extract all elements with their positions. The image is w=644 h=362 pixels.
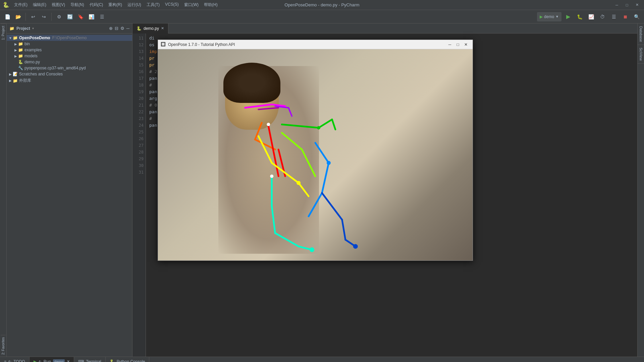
run-button[interactable]: ▶ xyxy=(564,12,573,21)
tab-close-button[interactable]: ✕ xyxy=(161,26,164,31)
bookmark-button[interactable]: 🔖 xyxy=(76,12,85,21)
menu-refactor[interactable]: 重构(R) xyxy=(106,1,125,8)
bin-label: bin xyxy=(24,42,30,46)
line-num-18: 18 xyxy=(132,82,144,88)
examples-expand-icon: ▶ xyxy=(13,48,18,52)
tree-pyopenpose[interactable]: ▶ 🔧 pyopenpose.cp37-win_amd64.pyd xyxy=(7,65,132,71)
openpose-minimize-button[interactable]: ─ xyxy=(446,41,454,48)
svg-line-22 xyxy=(322,163,329,193)
scratches-expand-icon: ▶ xyxy=(8,72,13,76)
coverage-run-button[interactable]: 📈 xyxy=(586,12,596,21)
debug-button[interactable]: 🐛 xyxy=(575,12,584,21)
line-num-17: 17 xyxy=(132,75,144,82)
menu-help[interactable]: 帮助(H) xyxy=(201,1,220,8)
svg-line-18 xyxy=(272,206,275,233)
demo-py-tab-icon: 🐍 xyxy=(137,26,142,31)
line-num-30: 30 xyxy=(132,162,144,169)
tree-bin[interactable]: ▶ 📁 bin xyxy=(7,41,132,47)
extlibs-folder-icon: 📁 xyxy=(13,78,18,83)
window-title: OpenPoseDemo - demo.py - PyCharm xyxy=(284,2,359,7)
terminal-tab[interactable]: ⌨ Terminal xyxy=(74,357,105,362)
redo-button[interactable]: ↪ xyxy=(39,12,49,21)
run-config-selector[interactable]: ▶ demo ▼ xyxy=(537,12,561,21)
left-side-tabs: 1: Project 2: Favorites xyxy=(0,23,7,357)
new-file-button[interactable]: 📄 xyxy=(3,12,12,21)
project-dropdown-icon[interactable]: ▾ xyxy=(32,26,34,30)
models-label: models xyxy=(24,54,38,58)
svg-line-8 xyxy=(319,119,332,128)
openpose-titlebar: 🔲 OpenPose 1.7.0 - Tutorial Python API ─… xyxy=(158,40,473,49)
hip-left-dot xyxy=(270,175,273,178)
editor-tabs: 🐍 demo.py ✕ xyxy=(132,23,637,34)
openpose-window-icon: 🔲 xyxy=(161,42,166,47)
bin-folder-icon: 📁 xyxy=(18,42,23,46)
database-tab[interactable]: Database xyxy=(638,23,644,45)
menu-view[interactable]: 视图(V) xyxy=(49,1,68,8)
coverage-button[interactable]: 📊 xyxy=(87,12,96,21)
maximize-button[interactable]: □ xyxy=(623,2,631,8)
favorites-tab[interactable]: 2: Favorites xyxy=(1,335,6,357)
sciview-tab[interactable]: SciView xyxy=(638,45,644,64)
project-folder-icon: 📁 xyxy=(9,26,14,31)
menu-file[interactable]: 文件(E) xyxy=(11,1,30,8)
list-button[interactable]: ☰ xyxy=(97,12,107,21)
openpose-content xyxy=(158,49,473,260)
tree-scratches[interactable]: ▶ 📝 Scratches and Consoles xyxy=(7,71,132,77)
editor-tab-demo-py[interactable]: 🐍 demo.py ✕ xyxy=(132,23,168,34)
run-tab-close[interactable]: ✕ xyxy=(67,359,70,362)
svg-line-12 xyxy=(258,136,272,163)
project-tab[interactable]: 1: Project xyxy=(1,23,6,42)
stop-button[interactable]: ⏹ xyxy=(621,12,630,21)
settings-cog-button[interactable]: ⚙ xyxy=(120,26,124,31)
menu-code[interactable]: 代码(C) xyxy=(87,1,106,8)
tree-root[interactable]: ▼ 📁 OpenPoseDemo F:\OpenPoseDemo xyxy=(7,35,132,41)
svg-line-0 xyxy=(245,104,272,108)
svg-line-16 xyxy=(302,149,315,176)
collapse-all-button[interactable]: ⊟ xyxy=(115,26,118,31)
knee-right-dot xyxy=(327,161,331,165)
undo-button[interactable]: ↩ xyxy=(29,12,38,21)
menu-edit[interactable]: 编辑(E) xyxy=(30,1,49,8)
search-everywhere-button[interactable]: 🔍 xyxy=(632,12,641,21)
svg-line-21 xyxy=(315,143,329,163)
line-num-22: 22 xyxy=(132,109,144,115)
tree-examples[interactable]: ▶ 📁 examples xyxy=(7,47,132,53)
todo-label: TODO xyxy=(13,359,25,362)
project-panel-title: Project xyxy=(16,26,30,31)
line-num-21: 21 xyxy=(132,102,144,109)
menu-navigate[interactable]: 导航(N) xyxy=(68,1,87,8)
menu-tools[interactable]: 工具(T) xyxy=(144,1,162,8)
close-button[interactable]: ✕ xyxy=(633,2,641,8)
line-num-28: 28 xyxy=(132,149,144,156)
extlibs-expand-icon: ▶ xyxy=(8,79,13,82)
openpose-maximize-button[interactable]: □ xyxy=(454,41,462,48)
tree-demo-py[interactable]: ▶ 🐍 demo.py xyxy=(7,59,132,65)
line-num-11: 11 xyxy=(132,35,144,42)
window-controls: ─ □ ✕ xyxy=(612,2,641,8)
tree-models[interactable]: ▶ 📁 models xyxy=(7,53,132,59)
ankle-left-dot xyxy=(310,247,314,252)
menu-vcs[interactable]: VCS(S) xyxy=(162,1,181,8)
openpose-close-button[interactable]: ✕ xyxy=(462,41,470,48)
open-button[interactable]: 📂 xyxy=(13,12,23,21)
sync-button[interactable]: 🔄 xyxy=(65,12,74,21)
menu-run[interactable]: 运行(U) xyxy=(125,1,144,8)
terminal-icon: ⌨ xyxy=(78,359,84,362)
python-console-tab[interactable]: 🐍 Python Console xyxy=(106,357,150,362)
todo-tab[interactable]: ≡ 6: TODO xyxy=(0,357,30,362)
examples-folder-icon: 📁 xyxy=(18,48,23,52)
minimize-panel-button[interactable]: ─ xyxy=(126,26,129,31)
svg-line-23 xyxy=(309,193,322,217)
tree-external-libs[interactable]: ▶ 📁 外部库 xyxy=(7,77,132,84)
new-item-button[interactable]: ⊕ xyxy=(109,26,113,31)
project-panel: 📁 Project ▾ ⊕ ⊟ ⚙ ─ ▼ 📁 OpenPoseDemo F:\… xyxy=(7,23,132,357)
minimize-button[interactable]: ─ xyxy=(612,2,621,8)
line-numbers: 11 12 13 14 15 16 17 18 19 20 21 22 23 2… xyxy=(132,34,146,357)
profile-button[interactable]: ⏱ xyxy=(598,12,607,21)
menu-window[interactable]: 窗口(W) xyxy=(181,1,201,8)
skeleton-svg xyxy=(158,49,473,260)
settings-button[interactable]: ⚙ xyxy=(54,12,64,21)
concur-button[interactable]: ☰ xyxy=(609,12,619,21)
run-tab[interactable]: ▶ 4: Run demo ✕ xyxy=(30,357,74,362)
run-icon: ▶ xyxy=(34,359,37,362)
